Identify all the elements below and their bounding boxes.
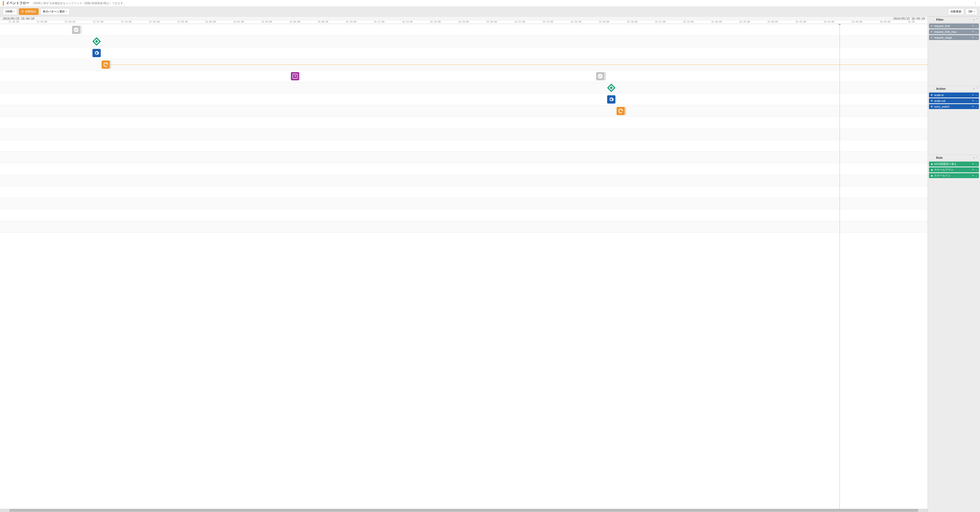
header-more-icon[interactable]: ⋮ xyxy=(974,1,977,6)
ruler-tick: 16:50 xyxy=(908,21,915,23)
sidebar-item[interactable]: ⚙scale-in✎⌄ xyxy=(929,93,979,97)
chevron-down-icon[interactable]: ⌄ xyxy=(975,99,977,102)
event-diamond-icon[interactable] xyxy=(607,84,616,92)
range-label: 範囲指定 xyxy=(25,10,36,14)
item-status-icon: ◆ xyxy=(930,163,933,166)
sidebar-item[interactable]: ✔request_range✎⌄ xyxy=(929,35,979,40)
page-description: OASEに関する各種設定をメンテナンス（閲覧/登録/更新/廃止）できます。 xyxy=(33,2,126,5)
action-panel-header[interactable]: ⋮⋮ Action + ⌃ xyxy=(928,86,980,92)
filter-panel-header[interactable]: ⋮⋮ Filter + ⌃ xyxy=(928,17,980,22)
ruler-tick: 16:30:00 xyxy=(627,21,638,23)
pattern-select[interactable]: 表示パターン選択 ▾ xyxy=(40,8,70,15)
page-header: イベントフロー OASEに関する各種設定をメンテナンス（閲覧/登録/更新/廃止）… xyxy=(0,0,980,6)
ruler-tick: 16:44:00 xyxy=(824,21,834,23)
scrollbar-thumb[interactable] xyxy=(10,509,918,512)
timeline-lane xyxy=(0,105,928,117)
event-diamond-icon[interactable] xyxy=(92,37,101,46)
add-icon[interactable]: + xyxy=(973,156,975,160)
item-label: sorry_switch xyxy=(934,105,971,108)
ruler-tick: 16:16:00 xyxy=(430,21,441,23)
ruler-tick: 15:48:00 xyxy=(37,21,47,23)
drag-grip-icon[interactable]: ⋮⋮ xyxy=(929,156,935,160)
ruler-tick: 16:36:00 xyxy=(711,21,722,23)
page-title: イベントフロー xyxy=(6,1,29,6)
header-accent-bar xyxy=(3,1,4,6)
event-refresh-icon[interactable] xyxy=(617,107,625,115)
auto-refresh-toggle[interactable]: 自動更新 xyxy=(948,8,964,15)
event-check-icon[interactable] xyxy=(596,72,605,80)
collapse-icon[interactable]: ⌃ xyxy=(976,18,978,22)
horizontal-scrollbar[interactable] xyxy=(0,509,928,512)
chevron-down-icon[interactable]: ⌄ xyxy=(975,163,977,166)
collapse-icon[interactable]: ⌃ xyxy=(976,87,978,91)
event-refresh-icon[interactable] xyxy=(102,61,110,69)
edit-icon[interactable]: ✎ xyxy=(972,30,974,33)
item-label: scale-in xyxy=(934,94,971,97)
chevron-down-icon[interactable]: ⌄ xyxy=(975,105,977,108)
edit-icon[interactable]: ✎ xyxy=(972,105,974,108)
ruler-tick: 16:10:00 xyxy=(346,21,356,23)
time-range-start: 2024/05/15 15:44:10 xyxy=(3,17,34,20)
edit-icon[interactable]: ✎ xyxy=(972,174,974,177)
timeline-lane xyxy=(0,198,928,210)
chevron-down-icon[interactable]: ⌄ xyxy=(975,30,977,33)
event-question-icon[interactable]: ? xyxy=(291,72,299,80)
sidebar-item[interactable]: ✔request_limit_max✎⌄ xyxy=(929,29,979,34)
ruler-tick: 16:48:00 xyxy=(880,21,891,23)
duration-select[interactable]: 1時間 ▾ xyxy=(3,8,17,15)
sidebar-item[interactable]: ⚙scale-out✎⌄ xyxy=(929,98,979,103)
chevron-down-icon[interactable]: ⌄ xyxy=(975,94,977,96)
drag-grip-icon[interactable]: ⋮⋮ xyxy=(929,18,935,21)
item-status-icon: ✔ xyxy=(930,25,933,27)
timeline-lane xyxy=(0,187,928,198)
timeline-lane xyxy=(0,128,928,140)
chevron-down-icon[interactable]: ⌄ xyxy=(975,174,977,177)
sidebar-item[interactable]: ⚙sorry_switch✎⌄ xyxy=(929,104,979,109)
chevron-down-icon[interactable]: ⌄ xyxy=(975,169,977,171)
item-status-icon: ⚙ xyxy=(930,105,933,108)
rule-panel-body: ◆sorry画面切り替え✎⌄◆スケールアウト✎⌄◆スケールイン✎⌄ xyxy=(928,161,980,224)
event-end-tick xyxy=(300,72,300,80)
rule-panel-header[interactable]: ⋮⋮ Rule + ⌃ xyxy=(928,155,980,161)
edit-icon[interactable]: ✎ xyxy=(972,163,974,166)
ruler-tick: 15:58:00 xyxy=(177,21,188,23)
ruler-tick: 16:00:00 xyxy=(205,21,216,23)
collapse-icon[interactable]: ⌃ xyxy=(976,156,978,160)
add-icon[interactable]: + xyxy=(973,87,975,90)
edit-icon[interactable]: ✎ xyxy=(972,36,974,39)
event-gear-icon[interactable] xyxy=(607,95,616,104)
edit-icon[interactable]: ✎ xyxy=(972,169,974,171)
item-label: スケールイン xyxy=(934,174,971,177)
ruler-tick: 15:52:00 xyxy=(93,21,103,23)
chevron-down-icon: ▾ xyxy=(66,10,67,13)
edit-icon[interactable]: ✎ xyxy=(972,94,974,96)
timeline-panel: 2024/05/15 15:44:10 2024/05/15 16:50:10 … xyxy=(0,17,928,512)
chevron-down-icon[interactable]: ⌄ xyxy=(975,36,977,39)
timeline-lanes[interactable]: ? xyxy=(0,24,928,509)
ruler-tick: 16:06:00 xyxy=(290,21,300,23)
drag-grip-icon[interactable]: ⋮⋮ xyxy=(929,87,935,90)
chevron-down-icon[interactable]: ⌄ xyxy=(975,25,977,27)
event-check-icon[interactable] xyxy=(72,26,80,34)
event-gear-icon[interactable] xyxy=(92,49,101,57)
sidebar-item[interactable]: ◆sorry画面切り替え✎⌄ xyxy=(929,161,979,166)
time-ruler[interactable]: 15:46:0015:48:0015:50:0015:52:0015:54:00… xyxy=(0,21,928,24)
time-range-end: 2024/05/15 16:50:10 xyxy=(893,17,925,20)
action-panel-body: ⚙scale-in✎⌄⚙scale-out✎⌄⚙sorry_switch✎⌄ xyxy=(928,92,980,155)
auto-refresh-interval[interactable]: 1秒 ▾ xyxy=(966,8,977,15)
sidebar-item[interactable]: ◆スケールアウト✎⌄ xyxy=(929,167,979,172)
edit-icon[interactable]: ✎ xyxy=(972,99,974,102)
item-status-icon: ⚙ xyxy=(930,94,933,96)
ruler-tick: 15:54:00 xyxy=(121,21,132,23)
sidebar-item[interactable]: ◆スケールイン✎⌄ xyxy=(929,173,979,178)
item-label: sorry画面切り替え xyxy=(934,162,971,166)
range-button[interactable]: 🗓 範囲指定 xyxy=(19,8,39,15)
ruler-tick: 16:08:00 xyxy=(318,21,328,23)
add-icon[interactable]: + xyxy=(973,18,975,21)
auto-refresh-value: 1秒 xyxy=(968,10,972,14)
edit-icon[interactable]: ✎ xyxy=(972,25,974,27)
sidebar: ⋮⋮ Filter + ⌃ ✔request_limit✎⌄✔request_l… xyxy=(928,17,980,512)
timeline-lane xyxy=(0,59,928,70)
sidebar-item[interactable]: ✔request_limit✎⌄ xyxy=(929,24,979,29)
auto-refresh-label: 自動更新 xyxy=(950,10,961,14)
